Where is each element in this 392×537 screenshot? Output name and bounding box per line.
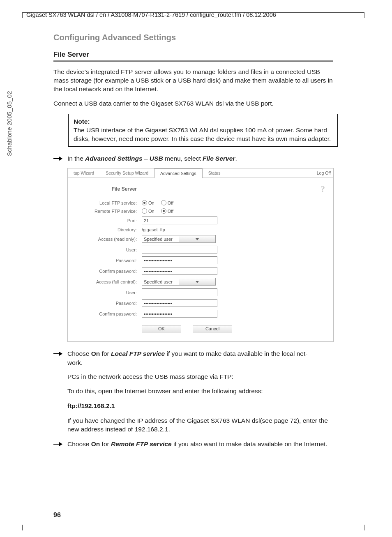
- tab-status[interactable]: Status: [203, 168, 226, 177]
- header-path: Gigaset SX763 WLAN dsl / en / A31008-M70…: [26, 12, 276, 18]
- page-content: Configuring Advanced Settings File Serve…: [53, 33, 333, 454]
- router-ui-panel: tup Wizard Security Setup Wizard Advance…: [67, 168, 334, 342]
- step-item: Choose On for Local FTP service if you w…: [53, 349, 333, 367]
- readonly-user-field[interactable]: [142, 246, 217, 254]
- tab-security-setup[interactable]: Security Setup Wizard: [100, 168, 154, 177]
- access-readonly-select[interactable]: Specified user: [142, 235, 216, 243]
- radio-remote-ftp-off[interactable]: Off: [161, 208, 173, 214]
- full-user-field[interactable]: [142, 288, 217, 296]
- section-title: Configuring Advanced Settings: [53, 33, 333, 42]
- chevron-down-icon: [179, 279, 216, 285]
- tab-advanced-settings[interactable]: Advanced Settings: [154, 168, 203, 178]
- svg-marker-3: [196, 281, 199, 283]
- logoff-link[interactable]: Log Off: [317, 171, 331, 175]
- note-text: The USB interface of the Gigaset SX763 W…: [74, 127, 331, 142]
- paragraph: PCs in the network access the USB mass s…: [53, 372, 333, 381]
- svg-marker-1: [59, 157, 62, 161]
- directory-value: /gigaset_ftp: [142, 227, 165, 232]
- page-number: 96: [53, 512, 61, 519]
- svg-marker-5: [59, 352, 62, 356]
- radio-local-ftp-off[interactable]: Off: [161, 200, 173, 205]
- label-port: Port:: [76, 218, 142, 223]
- tab-setup-wizard[interactable]: tup Wizard: [68, 168, 100, 177]
- panel-title: File Server: [76, 186, 137, 192]
- note-label: Note:: [74, 118, 90, 125]
- step-item: In the Advanced Settings – USB menu, sel…: [53, 154, 333, 163]
- label-access-readonly: Access (read only):: [76, 237, 142, 242]
- cancel-button[interactable]: Cancel: [193, 325, 232, 332]
- radio-remote-ftp-on[interactable]: On: [142, 208, 154, 214]
- full-confirm-password-field[interactable]: [142, 310, 217, 318]
- subsection-title: File Server: [53, 51, 333, 59]
- step-item: Choose On for Remote FTP service if you …: [53, 440, 333, 449]
- full-password-field[interactable]: [142, 299, 217, 307]
- paragraph: The device's integrated FTP server allow…: [53, 68, 333, 94]
- label-password: Password:: [76, 258, 142, 263]
- note-box: Note: The USB interface of the Gigaset S…: [68, 114, 338, 147]
- label-user: User:: [76, 247, 142, 252]
- label-confirm-password: Confirm password:: [76, 311, 142, 316]
- label-directory: Directory:: [76, 227, 142, 232]
- label-confirm-password: Confirm password:: [76, 269, 142, 274]
- radio-local-ftp-on[interactable]: On: [142, 200, 154, 205]
- divider: [53, 60, 333, 62]
- port-field[interactable]: [142, 217, 217, 224]
- readonly-confirm-password-field[interactable]: [142, 267, 217, 275]
- arrow-icon: [53, 350, 62, 359]
- svg-marker-2: [196, 238, 199, 240]
- ftp-url: ftp://192.168.2.1: [53, 401, 333, 410]
- label-access-full: Access (full control):: [76, 279, 142, 284]
- chevron-down-icon: [179, 236, 216, 242]
- label-user: User:: [76, 290, 142, 295]
- side-template-label: Schablone 2005_05_02: [6, 91, 13, 156]
- label-password: Password:: [76, 301, 142, 306]
- ok-button[interactable]: OK: [142, 325, 181, 332]
- access-full-select[interactable]: Specified user: [142, 278, 216, 286]
- tab-bar: tup Wizard Security Setup Wizard Advance…: [68, 168, 333, 178]
- label-remote-ftp: Remote FTP service:: [76, 209, 142, 214]
- label-local-ftp: Local FTP service:: [76, 201, 142, 205]
- paragraph: If you have changed the IP address of th…: [53, 416, 333, 434]
- paragraph: Connect a USB data carrier to the Gigase…: [53, 99, 333, 108]
- arrow-icon: [53, 155, 62, 164]
- svg-marker-7: [59, 442, 62, 446]
- readonly-password-field[interactable]: [142, 256, 217, 264]
- arrow-icon: [53, 440, 62, 449]
- paragraph: To do this, open the Internet browser an…: [53, 387, 333, 396]
- help-icon[interactable]: ?: [321, 184, 325, 194]
